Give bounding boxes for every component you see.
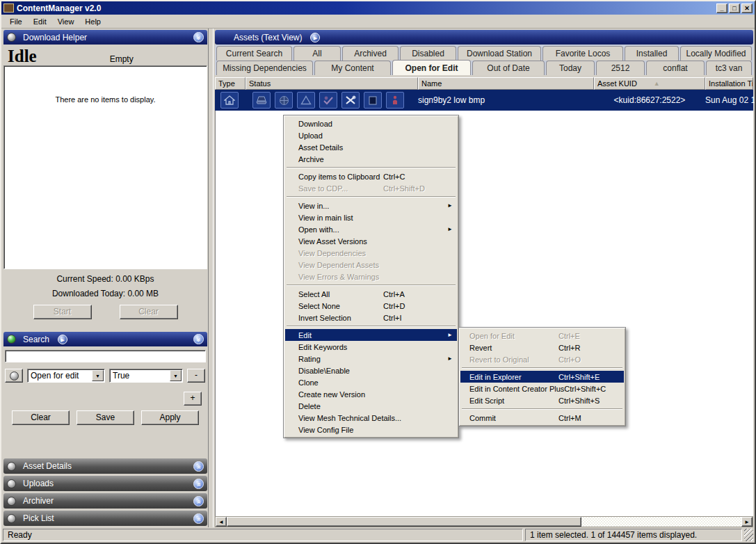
menu-item-clone[interactable]: Clone: [285, 376, 457, 388]
filter-field-dropdown[interactable]: Open for edit ▼: [27, 369, 105, 383]
menu-item-create-new-version[interactable]: Create new Version: [285, 388, 457, 400]
search-apply-button[interactable]: Apply: [141, 410, 199, 425]
submenu-item-edit-in-explorer[interactable]: Edit in ExplorerCtrl+Shift+E: [460, 371, 624, 383]
menu-item-edit[interactable]: Edit►: [285, 329, 457, 341]
menu-help[interactable]: Help: [79, 16, 106, 27]
menu-item-view-asset-versions[interactable]: View Asset Versions: [285, 235, 457, 247]
menu-item-upload[interactable]: Upload: [285, 129, 457, 141]
archiver-panel-header[interactable]: Archiver »: [3, 493, 207, 509]
submenu-item-edit-in-content-creator-plus[interactable]: Edit in Content Creator PlusCtrl+Shift+C: [460, 383, 624, 394]
asset-details-panel-header[interactable]: Asset Details »: [3, 458, 207, 474]
minimize-button[interactable]: _: [716, 3, 727, 13]
menu-item-select-none[interactable]: Select NoneCtrl+D: [285, 300, 457, 312]
search-save-button[interactable]: Save: [77, 410, 134, 425]
menu-item-delete[interactable]: Delete: [285, 400, 457, 412]
column-installation-time[interactable]: Installation Time: [705, 77, 753, 90]
expand-chevron-icon[interactable]: »: [193, 496, 204, 506]
tools-icon: [341, 92, 360, 109]
tab-favorite-locos[interactable]: Favorite Locos: [542, 46, 623, 61]
column-name[interactable]: Name: [418, 77, 594, 90]
tab-archived[interactable]: Archived: [342, 46, 399, 61]
menu-edit[interactable]: Edit: [28, 16, 52, 27]
uploads-panel-header[interactable]: Uploads »: [3, 476, 207, 491]
horizontal-scrollbar[interactable]: ◄ ►: [215, 516, 753, 527]
tab-my-content[interactable]: My Content: [314, 61, 391, 75]
search-collapse-chevron-icon[interactable]: »: [193, 334, 204, 344]
search-play-icon[interactable]: ▶: [58, 335, 67, 344]
submenu-item-revert-to-original[interactable]: Revert to OriginalCtrl+O: [460, 353, 624, 365]
clear-downloads-button[interactable]: Clear: [120, 305, 178, 319]
tab-download-station[interactable]: Download Station: [458, 46, 541, 61]
row-installation-time: Sun Aug 02 15:: [705, 95, 755, 105]
menu-item-view-errors-warnings[interactable]: View Errors & Warnings: [285, 271, 457, 282]
menu-item-download[interactable]: Download: [285, 118, 457, 129]
menu-item-view-dependencies[interactable]: View Dependencies: [285, 247, 457, 259]
menu-file[interactable]: File: [4, 16, 28, 27]
menu-item-disable-enable[interactable]: Disable\Enable: [285, 365, 457, 376]
collapse-chevron-icon[interactable]: »: [193, 32, 204, 42]
menu-item-view-config-file[interactable]: View Config File: [285, 424, 457, 435]
menu-item-invert-selection[interactable]: Invert SelectionCtrl+I: [285, 312, 457, 323]
sphere-icon: [7, 497, 16, 506]
tab-tc3-van[interactable]: tc3 van: [706, 61, 752, 75]
menu-item-save-to-cdp[interactable]: Save to CDP...Ctrl+Shift+D: [285, 182, 457, 194]
submenu-item-commit[interactable]: CommitCtrl+M: [460, 412, 624, 424]
search-panel-header[interactable]: Search ▶ »: [3, 332, 207, 346]
tab-2512[interactable]: 2512: [596, 61, 645, 75]
filter-value-dropdown[interactable]: True ▼: [109, 369, 183, 383]
maximize-button[interactable]: □: [729, 3, 740, 13]
dropdown-arrow-icon[interactable]: ▼: [92, 370, 104, 381]
menu-item-asset-details[interactable]: Asset Details: [285, 141, 457, 153]
tab-conflat[interactable]: conflat: [646, 61, 705, 75]
menu-item-open-with[interactable]: Open with...►: [285, 223, 457, 235]
menu-item-copy-items[interactable]: Copy items to ClipboardCtrl+C: [285, 170, 457, 182]
assets-play-icon[interactable]: ▶: [310, 33, 320, 42]
tab-disabled[interactable]: Disabled: [400, 46, 456, 61]
submenu-item-open-for-edit[interactable]: Open for EditCtrl+E: [460, 330, 624, 342]
start-button[interactable]: Start: [33, 305, 92, 319]
tab-out-of-date[interactable]: Out of Date: [472, 61, 545, 75]
scrollbar-thumb[interactable]: [227, 517, 581, 527]
tab-today[interactable]: Today: [546, 61, 595, 75]
tab-open-for-edit[interactable]: Open for Edit: [392, 60, 471, 75]
search-input[interactable]: [5, 350, 206, 362]
menu-item-view-in[interactable]: View in...►: [285, 200, 457, 211]
remove-filter-button[interactable]: -: [187, 369, 205, 383]
menu-item-view-dependent-assets[interactable]: View Dependent Assets: [285, 259, 457, 271]
expand-chevron-icon[interactable]: »: [193, 461, 204, 472]
filter-sphere-button[interactable]: [5, 369, 23, 383]
expand-chevron-icon[interactable]: »: [193, 513, 204, 524]
menu-item-view-in-main-list[interactable]: View in main list: [285, 211, 457, 223]
scroll-left-icon[interactable]: ◄: [216, 517, 227, 527]
expand-chevron-icon[interactable]: »: [193, 479, 204, 489]
download-helper-header[interactable]: Download Helper »: [3, 30, 207, 45]
menu-item-view-mesh-technical-details[interactable]: View Mesh Technical Details...: [285, 412, 457, 424]
menu-item-rating[interactable]: Rating►: [285, 353, 457, 365]
menu-item-archive[interactable]: Archive: [285, 153, 457, 165]
column-type[interactable]: Type: [215, 77, 246, 90]
resize-grip[interactable]: [744, 529, 753, 541]
tab-all[interactable]: All: [293, 46, 341, 61]
menu-item-edit-keywords[interactable]: Edit Keywords: [285, 341, 457, 353]
tab-missing-dependencies[interactable]: Missing Dependencies: [216, 61, 313, 75]
column-status[interactable]: Status: [246, 77, 418, 90]
tab-locally-modified[interactable]: Locally Modified: [680, 46, 752, 61]
add-filter-button[interactable]: +: [184, 392, 202, 406]
column-asset-kuid[interactable]: Asset KUID ▲: [594, 77, 705, 90]
tab-current-search[interactable]: Current Search: [216, 46, 292, 61]
scroll-right-icon[interactable]: ►: [741, 517, 753, 527]
queue-status: Empty: [110, 54, 134, 64]
submenu-item-edit-script[interactable]: Edit ScriptCtrl+Shift+S: [460, 394, 624, 406]
menu-item-select-all[interactable]: Select AllCtrl+A: [285, 288, 457, 300]
tab-installed[interactable]: Installed: [625, 46, 679, 61]
app-icon: [3, 3, 14, 13]
dropdown-arrow-icon[interactable]: ▼: [170, 370, 182, 381]
table-row-selected[interactable]: sign9by2 low bmp <kuid:86627:2522> Sun A…: [215, 90, 753, 111]
sidebar-splitter[interactable]: [209, 29, 214, 527]
close-button[interactable]: ✕: [741, 3, 753, 13]
pick-list-panel-header[interactable]: Pick List »: [3, 511, 207, 526]
download-queue-list[interactable]: There are no items to display.: [3, 65, 207, 269]
submenu-item-revert[interactable]: RevertCtrl+R: [460, 342, 624, 353]
search-clear-button[interactable]: Clear: [12, 410, 70, 425]
menu-view[interactable]: View: [52, 16, 80, 27]
